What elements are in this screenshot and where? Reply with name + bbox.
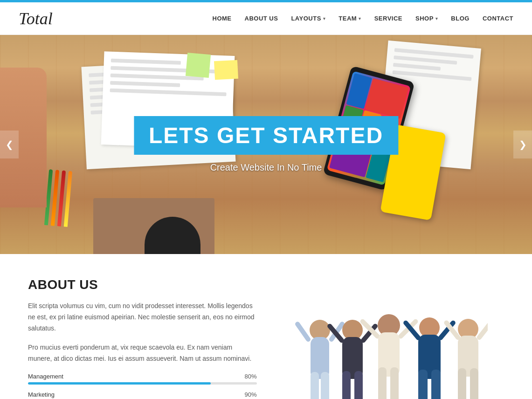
people-image <box>292 302 488 399</box>
nav-service[interactable]: SERVICE <box>374 15 402 22</box>
svg-rect-28 <box>458 368 466 399</box>
skill-management-pct: 80% <box>244 373 256 380</box>
nav-layouts[interactable]: LAYOUTS ▾ <box>291 15 325 22</box>
slider-next-button[interactable]: ❯ <box>513 131 532 158</box>
svg-rect-22 <box>418 370 428 399</box>
nav-about[interactable]: ABOUT US <box>245 15 278 22</box>
svg-rect-1 <box>294 321 311 343</box>
svg-rect-4 <box>311 372 319 399</box>
about-right-col <box>276 277 504 399</box>
nav-team[interactable]: TEAM ▾ <box>339 15 361 22</box>
hero-content: LETS GET STARTED Create Website In No Ti… <box>134 116 398 173</box>
skill-management: Management 80% <box>28 373 257 385</box>
site-logo[interactable]: Total <box>19 9 53 28</box>
svg-rect-29 <box>470 368 478 399</box>
svg-rect-10 <box>342 371 351 399</box>
main-nav: HOME ABOUT US LAYOUTS ▾ TEAM ▾ SERVICE S… <box>213 15 514 22</box>
skill-management-label: Management <box>28 373 63 380</box>
skill-marketing-label: Marketing <box>28 391 55 398</box>
about-left-col: ABOUT US Elit scripta volumus cu vim, cu… <box>28 277 257 399</box>
svg-rect-16 <box>378 367 387 399</box>
nav-blog[interactable]: BLOG <box>451 15 470 22</box>
sticky-note-green <box>186 53 211 78</box>
hero-subtitle: Create Website In No Time <box>134 162 398 173</box>
nav-home[interactable]: HOME <box>213 15 232 22</box>
hero-title: LETS GET STARTED <box>149 123 383 148</box>
site-header: Total HOME ABOUT US LAYOUTS ▾ TEAM ▾ SER… <box>0 2 532 35</box>
hero-title-box: LETS GET STARTED <box>134 116 398 155</box>
slider-prev-button[interactable]: ❮ <box>0 131 19 158</box>
about-paragraph-1: Elit scripta volumus cu vim, cum no vidi… <box>28 301 257 334</box>
colored-pens <box>44 169 72 227</box>
shop-chevron-icon: ▾ <box>435 16 438 21</box>
about-title: ABOUT US <box>28 277 257 292</box>
svg-rect-11 <box>354 371 363 399</box>
layouts-chevron-icon: ▾ <box>323 16 326 21</box>
skill-marketing: Marketing 90% <box>28 391 257 399</box>
skill-management-bar-fill <box>28 382 211 385</box>
nav-shop[interactable]: SHOP ▾ <box>415 15 438 22</box>
skill-marketing-pct: 90% <box>244 391 256 398</box>
nav-contact[interactable]: CONTACT <box>483 15 513 22</box>
sticky-note-yellow <box>214 60 238 80</box>
about-paragraph-2: Pro mucius everti ponderum at, vix reque… <box>28 342 257 365</box>
svg-rect-5 <box>321 372 329 399</box>
svg-rect-17 <box>390 367 399 399</box>
team-chevron-icon: ▾ <box>359 16 361 21</box>
svg-rect-23 <box>431 370 441 399</box>
hero-slider: ❮ ❯ LETS GET STARTED Create Website In N… <box>0 35 532 254</box>
about-section: ABOUT US Elit scripta volumus cu vim, cu… <box>0 254 532 399</box>
skill-management-bar-bg <box>28 382 257 385</box>
